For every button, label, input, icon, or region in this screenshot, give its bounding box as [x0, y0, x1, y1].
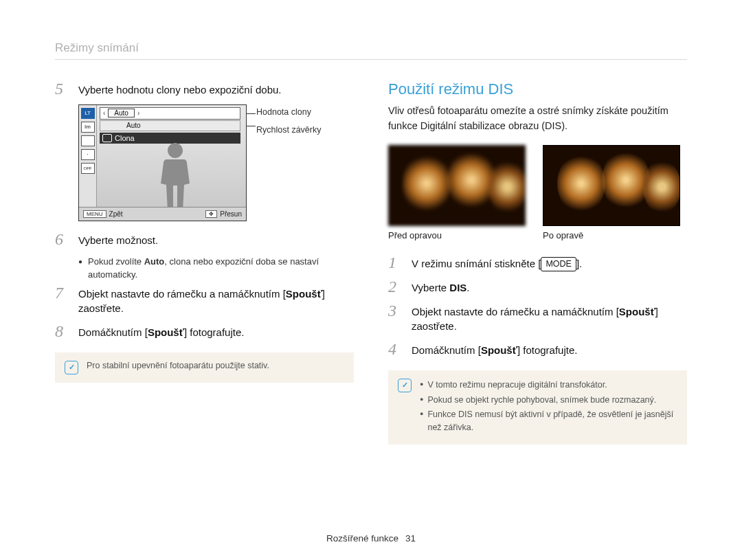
note-list: ●V tomto režimu nepracuje digitální tran… [420, 379, 677, 436]
content-columns: 5 Vyberte hodnotu clony nebo expoziční d… [55, 80, 687, 445]
bullet-text: Pokud zvolíte Auto, clona nebo expoziční… [88, 255, 354, 282]
footer-label: Rozšířené funkce [326, 533, 398, 544]
dis-step-2: 2 Vyberte DIS. [388, 278, 687, 295]
image-before-wrap: Před opravou [388, 145, 526, 240]
step-text: V režimu snímání stiskněte [MODE]. [412, 254, 582, 271]
step-5: 5 Vyberte hodnotu clony nebo expoziční d… [55, 80, 354, 98]
chevron-right-icon: › [135, 109, 142, 117]
lcd-move-label: Přesun [220, 210, 242, 218]
tripod-note: ✓ Pro stabilní upevnění fotoaparátu použ… [55, 352, 354, 383]
lcd-back-label: Zpět [109, 210, 123, 218]
anno-shutter: Rychlost závěrky [256, 125, 321, 135]
mode-button-label: MODE [541, 257, 576, 271]
image-after [543, 145, 680, 226]
camera-screen: LT Im · OFF ‹ Auto › Auto Clona [78, 104, 247, 221]
lcd-sidebar: LT Im · OFF [79, 105, 97, 221]
info-icon: ✓ [65, 361, 78, 374]
bullet-icon: ● [420, 408, 423, 434]
dpad-icon: ✥ [205, 210, 217, 218]
note-text: Funkce DIS nemusí být aktivní v případě,… [427, 408, 677, 434]
right-column: Použití režimu DIS Vliv otřesů fotoapará… [388, 80, 687, 445]
left-column: 5 Vyberte hodnotu clony nebo expoziční d… [55, 80, 354, 445]
step-text: Objekt nastavte do rámečku a namáčknutím… [412, 302, 687, 335]
note-text: Pro stabilní upevnění fotoaparátu použij… [87, 361, 344, 374]
lcd-topbar2: Auto [100, 120, 240, 131]
lcd-aperture-icon [81, 135, 95, 146]
aperture-icon [102, 134, 112, 142]
dis-intro: Vliv otřesů fotoaparátu omezíte a ostré … [388, 104, 687, 134]
step-6: 6 Vyberte možnost. [55, 231, 354, 248]
step-8: 8 Domáčknutím [Spoušť] fotografujte. [55, 323, 354, 340]
bullet-icon: ● [420, 379, 423, 392]
bullet-icon: ● [420, 394, 423, 407]
step-text: Vyberte možnost. [78, 231, 158, 248]
lcd-topbar: ‹ Auto › [100, 107, 240, 120]
section-title: Režimy snímání [55, 41, 687, 60]
dis-step-1: 1 V režimu snímání stiskněte [MODE]. [388, 254, 687, 271]
person-silhouette-icon [155, 143, 196, 212]
page-footer: Rozšířené funkce 31 [0, 533, 742, 544]
lcd-clona-label: Clona [115, 134, 135, 142]
note-text: Pokud se objekt rychle pohyboval, snímek… [427, 394, 656, 407]
dis-notes: ✓ ●V tomto režimu nepracuje digitální tr… [388, 370, 687, 445]
step-number: 8 [55, 323, 70, 340]
lcd-row2-icon: Im [81, 122, 95, 133]
step-text: Domáčknutím [Spoušť] fotografujte. [78, 323, 244, 340]
caption-after: Po opravě [543, 230, 680, 240]
step-number: 2 [388, 278, 403, 295]
bullet-icon: ● [78, 255, 82, 282]
chevron-left-icon: ‹ [100, 109, 108, 117]
lcd-off-icon: OFF [81, 163, 95, 174]
dis-step-4: 4 Domáčknutím [Spoušť] fotografujte. [388, 341, 687, 358]
step-number: 1 [388, 254, 403, 271]
lcd-bottombar: MENU Zpět ✥ Přesun [79, 207, 246, 221]
lcd-auto-value: Auto [108, 109, 135, 117]
step-text: Vyberte DIS. [412, 278, 470, 295]
step-7: 7 Objekt nastavte do rámečku a namáčknut… [55, 284, 354, 317]
menu-key-icon: MENU [83, 210, 106, 218]
lcd-mockup: LT Im · OFF ‹ Auto › Auto Clona [78, 104, 354, 221]
anno-aperture: Hodnota clony [256, 107, 321, 117]
lcd-annotations: Hodnota clony Rychlost závěrky [256, 104, 321, 135]
step-text: Vyberte hodnotu clony nebo expoziční dob… [78, 80, 282, 98]
info-icon: ✓ [398, 379, 412, 392]
footer-page-number: 31 [405, 533, 416, 544]
step-number: 6 [55, 231, 70, 248]
note-text: V tomto režimu nepracuje digitální trans… [427, 379, 607, 392]
step-text: Domáčknutím [Spoušť] fotografujte. [412, 341, 577, 358]
before-after-images: Před opravou Po opravě [388, 145, 687, 240]
step-number: 7 [55, 284, 70, 317]
step-number: 4 [388, 341, 403, 358]
step-number: 3 [388, 302, 403, 335]
dis-step-3: 3 Objekt nastavte do rámečku a namáčknut… [388, 302, 687, 335]
dis-heading: Použití režimu DIS [388, 80, 687, 98]
image-after-wrap: Po opravě [543, 145, 680, 240]
lcd-back: MENU Zpět [79, 210, 127, 218]
caption-before: Před opravou [388, 230, 526, 240]
step-number: 5 [55, 80, 70, 98]
lcd-move: ✥ Přesun [201, 210, 246, 218]
step-text: Objekt nastavte do rámečku a namáčknutím… [78, 284, 354, 317]
step-6-note: ● Pokud zvolíte Auto, clona nebo expozič… [78, 255, 354, 282]
lcd-dot-icon: · [81, 149, 95, 160]
lcd-clona-row: Clona [100, 133, 240, 144]
image-before [388, 145, 526, 226]
lcd-mode-icon: LT [81, 108, 95, 119]
